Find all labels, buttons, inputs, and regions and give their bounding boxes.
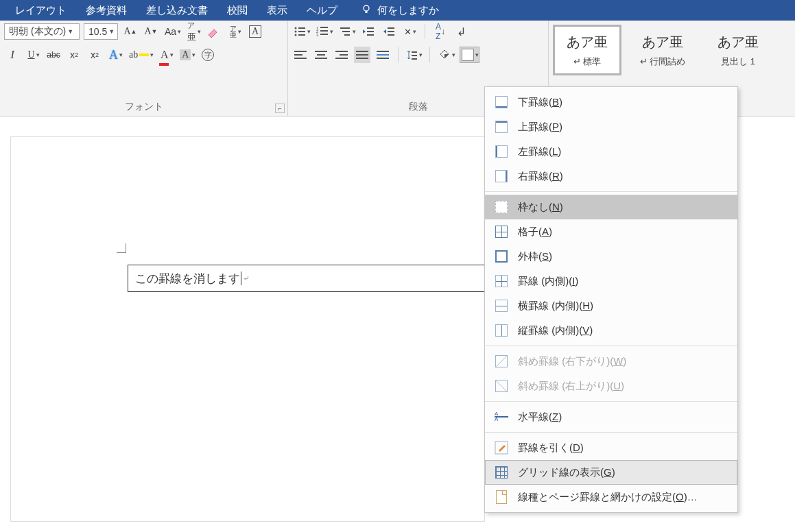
font-color-button[interactable]: A▾ [158, 47, 174, 63]
svg-rect-14 [340, 27, 350, 29]
svg-rect-19 [367, 34, 374, 36]
font-dialog-launcher[interactable]: ⌐ [275, 104, 285, 113]
style-heading1[interactable]: あア亜 見出し 1 [704, 25, 772, 75]
menu-border-inside-v[interactable]: 縦罫線 (内側)(V) [485, 318, 737, 343]
menu-border-left[interactable]: 左罫線(L) [485, 139, 737, 164]
bordered-textbox[interactable]: この罫線を消します⤶ [128, 265, 488, 292]
border-bottom-icon [495, 95, 508, 109]
font-name-combo[interactable]: 明朝 (本文の)▼ [4, 23, 80, 40]
svg-rect-36 [377, 54, 389, 56]
align-right-button[interactable] [333, 47, 350, 63]
phonetic-guide-button[interactable]: ア亜▾ [185, 23, 202, 40]
menu-border-outside[interactable]: 外枠(S) [485, 244, 737, 269]
menu-border-top[interactable]: 上罫線(P) [485, 114, 737, 139]
line-spacing-button[interactable]: ▾ [405, 47, 423, 63]
shrink-font-button[interactable]: A▼ [143, 23, 159, 40]
svg-rect-22 [388, 34, 394, 36]
distribute-button[interactable] [375, 47, 391, 63]
svg-rect-11 [320, 30, 328, 32]
page-icon [495, 490, 508, 504]
style-nospacing[interactable]: あア亜 ↵ 行間詰め [628, 25, 697, 75]
menu-label: 罫線を引く(D) [518, 442, 584, 455]
separator [398, 47, 399, 62]
svg-rect-5 [298, 31, 305, 32]
menu-border-inside-h[interactable]: 横罫線 (内側)(H) [485, 293, 737, 318]
tab-review[interactable]: 校閲 [217, 0, 257, 21]
menu-horizontal-line[interactable]: AA 水平線(Z) [485, 404, 737, 429]
tab-references[interactable]: 参考資料 [76, 0, 137, 21]
svg-rect-29 [335, 51, 348, 52]
svg-rect-25 [294, 58, 307, 59]
border-top-icon [495, 120, 508, 134]
numbering-button[interactable]: 123▾ [315, 23, 333, 40]
svg-rect-33 [356, 54, 368, 56]
svg-rect-24 [294, 54, 302, 56]
align-center-button[interactable] [313, 47, 329, 63]
show-marks-button[interactable]: ↲ [453, 23, 469, 40]
svg-text:3: 3 [316, 33, 319, 37]
font-size-combo[interactable]: 10.5▼ [84, 23, 118, 40]
grow-font-button[interactable]: A▲ [122, 23, 139, 40]
menu-label: 右罫線(R) [518, 170, 563, 183]
tab-view[interactable]: 表示 [257, 0, 297, 21]
style-sample: あア亜 [642, 33, 683, 51]
shading-button[interactable]: ▾ [437, 47, 455, 63]
menu-label: 斜め罫線 (右上がり)(U) [518, 380, 624, 393]
highlight-button[interactable]: ab▾ [128, 47, 154, 63]
superscript-button[interactable]: x2 [86, 47, 103, 63]
underline-button[interactable]: U▾ [25, 47, 41, 63]
menu-borders-options[interactable]: 線種とページ罫線と網かけの設定(O)… [485, 485, 737, 509]
enclose-chars-button[interactable]: ア亜▾ [226, 23, 243, 40]
menu-label: 縦罫線 (内側)(V) [518, 324, 593, 337]
decrease-indent-button[interactable] [360, 23, 377, 40]
menu-separator [485, 191, 737, 192]
asian-layout-button[interactable]: ✕▾ [401, 23, 418, 40]
menu-border-inside[interactable]: 罫線 (内側)(I) [485, 269, 737, 293]
tab-layout[interactable]: レイアウト [5, 0, 76, 21]
multilevel-list-button[interactable]: ▾ [337, 23, 356, 40]
menu-show-gridlines[interactable]: グリッド線の表示(G) [485, 460, 737, 485]
svg-rect-3 [298, 27, 305, 29]
style-name: 標準 [583, 56, 601, 66]
menu-separator [485, 346, 737, 346]
svg-rect-26 [315, 51, 327, 52]
menu-border-bottom[interactable]: 下罫線(B) [485, 90, 737, 114]
menu-border-right[interactable]: 右罫線(R) [485, 164, 737, 189]
tellme[interactable]: 何をしますか [351, 0, 449, 21]
style-name: 見出し 1 [721, 56, 755, 68]
character-border-button[interactable]: A [247, 23, 263, 40]
font-name-value: 明朝 (本文の) [9, 25, 66, 38]
lightbulb-icon [361, 4, 372, 17]
text-effects-button[interactable]: A▾ [107, 47, 123, 63]
align-left-button[interactable] [292, 47, 309, 63]
clear-formatting-button[interactable] [206, 23, 222, 40]
menu-draw-border[interactable]: 罫線を引く(D) [485, 435, 737, 460]
tab-mailings[interactable]: 差し込み文書 [137, 0, 217, 21]
borders-button[interactable]: ▾ [460, 47, 479, 63]
border-all-icon [495, 225, 508, 239]
change-case-button[interactable]: Aa▾ [163, 23, 181, 40]
menu-border-none[interactable]: 枠なし(N) [485, 195, 737, 219]
menu-diagonal-down: 斜め罫線 (右下がり)(W) [485, 349, 737, 374]
style-name: 行間詰め [650, 56, 685, 66]
bullets-button[interactable]: ▾ [292, 23, 311, 40]
enclose-character-button[interactable]: 字 [200, 47, 216, 63]
borders-dropdown-menu: 下罫線(B) 上罫線(P) 左罫線(L) 右罫線(R) 枠なし(N) 格子(A)… [484, 86, 738, 513]
diagonal-up-icon [495, 379, 508, 393]
subscript-button[interactable]: x2 [66, 47, 82, 63]
menu-border-all[interactable]: 格子(A) [485, 219, 737, 244]
character-shading-button[interactable]: A▾ [178, 47, 195, 63]
strikethrough-button[interactable]: abc [45, 47, 62, 63]
tab-help[interactable]: ヘルプ [297, 0, 347, 21]
page[interactable]: この罫線を消します⤶ [11, 137, 484, 521]
svg-rect-35 [377, 51, 389, 52]
increase-indent-button[interactable] [381, 23, 397, 40]
menu-label: 横罫線 (内側)(H) [518, 300, 593, 313]
style-normal[interactable]: あア亜 ↵ 標準 [553, 25, 621, 75]
sort-button[interactable]: AZ↓ [432, 23, 449, 40]
svg-rect-15 [342, 31, 350, 32]
justify-button[interactable] [354, 47, 370, 63]
svg-rect-1 [366, 11, 368, 13]
italic-button[interactable]: I [4, 47, 21, 63]
svg-rect-38 [412, 51, 417, 53]
